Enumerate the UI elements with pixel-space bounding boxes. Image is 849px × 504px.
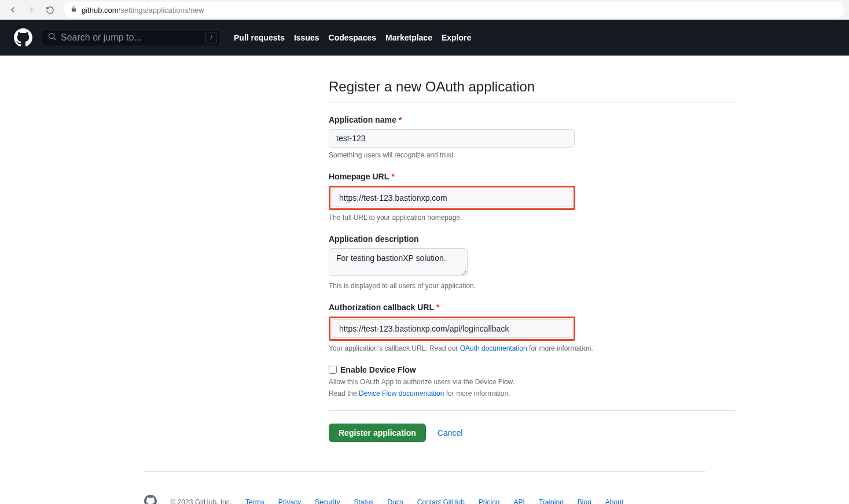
callback-url-input[interactable] — [332, 319, 572, 338]
callback-url-label-text: Authorization callback URL — [329, 303, 434, 312]
footer-copyright: © 2023 GitHub, Inc. — [171, 498, 232, 505]
reload-button[interactable] — [42, 2, 58, 18]
device-flow-help-suffix: for more information. — [444, 389, 510, 398]
footer-link-training[interactable]: Training — [539, 498, 564, 505]
nav-codespaces[interactable]: Codespaces — [329, 33, 376, 42]
footer-link-pricing[interactable]: Pricing — [479, 498, 500, 505]
search-placeholder: Search or jump to... — [61, 32, 142, 43]
homepage-url-input[interactable] — [332, 189, 572, 207]
primary-nav: Pull requests Issues Codespaces Marketpl… — [234, 33, 471, 42]
device-flow-help-1: Allow this OAuth App to authorize users … — [329, 378, 735, 386]
nav-marketplace[interactable]: Marketplace — [385, 33, 432, 42]
github-logo[interactable] — [14, 28, 32, 47]
device-flow-checkbox[interactable] — [329, 366, 337, 374]
back-button[interactable] — [5, 2, 21, 18]
footer-link-about[interactable]: About — [605, 498, 623, 505]
device-flow-docs-link[interactable]: Device Flow documentation — [359, 389, 444, 398]
footer-link-contact[interactable]: Contact GitHub — [417, 498, 465, 505]
search-icon — [48, 32, 56, 43]
forward-button[interactable] — [23, 2, 39, 18]
app-name-label-text: Application name — [329, 115, 396, 124]
device-flow-help-prefix: Read the — [329, 389, 359, 398]
required-star: * — [399, 115, 402, 124]
app-description-help: This is displayed to all users of your a… — [329, 282, 735, 290]
homepage-url-help: The full URL to your application homepag… — [329, 214, 735, 222]
footer-link-api[interactable]: API — [514, 498, 525, 505]
footer-link-docs[interactable]: Docs — [387, 498, 403, 505]
page-title: Register a new OAuth application — [329, 79, 735, 102]
url-path: /settings/applications/new — [119, 6, 204, 14]
site-footer: © 2023 GitHub, Inc. Terms Privacy Securi… — [144, 471, 705, 504]
nav-pull-requests[interactable]: Pull requests — [234, 33, 285, 42]
device-flow-label: Enable Device Flow — [340, 365, 416, 374]
footer-link-status[interactable]: Status — [354, 498, 373, 505]
app-description-input[interactable] — [329, 248, 468, 276]
lock-icon — [71, 6, 77, 14]
browser-toolbar: github.com/settings/applications/new — [0, 0, 849, 20]
cancel-link[interactable]: Cancel — [438, 428, 463, 437]
nav-explore[interactable]: Explore — [442, 33, 471, 42]
required-star: * — [391, 172, 394, 181]
homepage-url-label: Homepage URL* — [329, 172, 735, 181]
app-name-label: Application name* — [329, 115, 735, 124]
footer-links: Terms Privacy Security Status Docs Conta… — [245, 498, 623, 505]
nav-issues[interactable]: Issues — [294, 33, 319, 42]
address-bar[interactable]: github.com/settings/applications/new — [64, 2, 844, 18]
slash-hotkey: / — [205, 32, 217, 43]
callback-url-label: Authorization callback URL* — [329, 303, 735, 312]
callback-help-suffix: for more information. — [527, 344, 593, 352]
app-name-help: Something users will recognize and trust… — [329, 151, 735, 159]
footer-link-security[interactable]: Security — [315, 498, 340, 505]
footer-link-privacy[interactable]: Privacy — [278, 498, 301, 505]
callback-highlight — [329, 317, 575, 341]
callback-help-prefix: Your application's callback URL. Read ou… — [329, 344, 460, 352]
app-name-input[interactable] — [329, 129, 575, 148]
register-application-button[interactable]: Register application — [329, 424, 426, 442]
oauth-docs-link[interactable]: OAuth documentation — [460, 344, 527, 352]
homepage-highlight — [329, 186, 575, 210]
callback-url-help: Your application's callback URL. Read ou… — [329, 344, 735, 352]
url-host: github.com — [82, 6, 119, 14]
app-description-label: Application description — [329, 234, 735, 244]
footer-link-blog[interactable]: Blog — [578, 498, 591, 505]
homepage-url-label-text: Homepage URL — [329, 172, 389, 181]
required-star: * — [436, 303, 439, 312]
footer-link-terms[interactable]: Terms — [245, 498, 264, 505]
github-mark-icon — [144, 495, 157, 504]
search-input[interactable]: Search or jump to... / — [42, 29, 221, 46]
device-flow-help-2: Read the Device Flow documentation for m… — [329, 389, 735, 398]
form-divider — [329, 410, 735, 411]
github-header: Search or jump to... / Pull requests Iss… — [0, 20, 849, 56]
